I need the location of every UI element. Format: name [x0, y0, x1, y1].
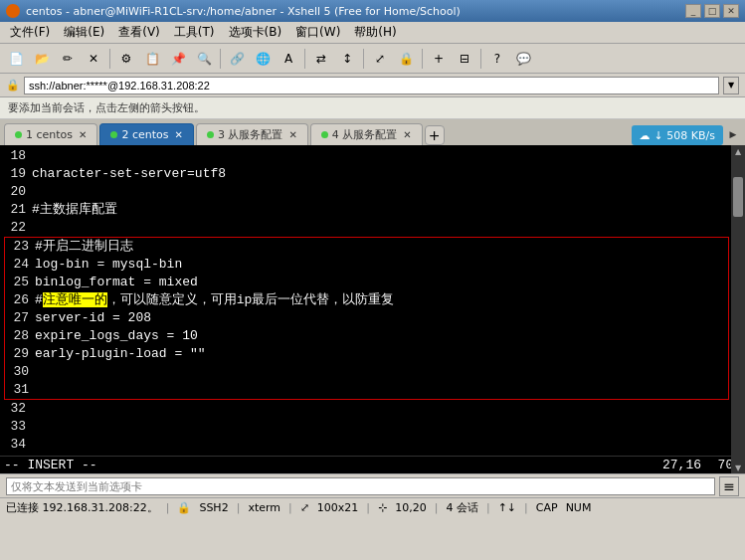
minimize-button[interactable]: _ [685, 4, 701, 18]
protocol-icon: 🔒 [177, 501, 191, 514]
tab-2-dot [110, 131, 117, 138]
terminal-line-29: 29 early-plugin-load = "" [7, 345, 726, 363]
highlight-text: 注意唯一的 [43, 292, 107, 307]
paste-button[interactable]: 📌 [166, 48, 190, 70]
resize-icon: ⤢ [300, 501, 309, 514]
scroll-down-button[interactable]: ▼ [732, 462, 744, 473]
title-bar-controls: _ □ ✕ [685, 4, 739, 18]
cloud-icon: ☁ [640, 129, 651, 142]
transfer-button[interactable]: ⇄ [309, 48, 333, 70]
tabs-bar: 1 centos ✕ 2 centos ✕ 3 从服务配置 ✕ 4 从服务配置 … [0, 119, 745, 145]
terminal-line-25: 25 binlog_format = mixed [7, 274, 726, 291]
maximize-button[interactable]: □ [704, 4, 720, 18]
zoom-in-button[interactable]: + [427, 48, 451, 70]
menu-window[interactable]: 窗口(W) [289, 22, 346, 43]
font-button[interactable]: A [277, 48, 300, 70]
encoding-text: xterm [248, 501, 280, 514]
send-text-input[interactable] [6, 477, 715, 495]
terminal-line-23: 23 #开启二进制日志 [7, 238, 726, 256]
speed-badge: ☁ ↓ 508 KB/s [632, 125, 723, 145]
info-bar-text: 要添加当前会话，点击左侧的箭头按钮。 [8, 100, 205, 115]
lock-icon: 🔒 [6, 79, 20, 92]
tab-3[interactable]: 3 从服务配置 ✕ [196, 123, 308, 145]
menu-tools[interactable]: 工具(T) [168, 22, 221, 43]
resize-button[interactable]: ⤢ [368, 48, 392, 70]
cursor-pos-status: 10,20 [395, 501, 427, 514]
address-dropdown-button[interactable]: ▼ [723, 77, 739, 94]
title-bar: centos - abner@MiWiFi-R1CL-srv:/home/abn… [0, 0, 745, 22]
terminal-scrollbar[interactable]: ▲ ▼ [731, 145, 745, 473]
edit-button[interactable]: ✏️ [56, 48, 80, 70]
menu-help[interactable]: 帮助(H) [348, 22, 402, 43]
terminal-area[interactable]: 18 19 character-set-server=utf8 20 21 #主… [0, 145, 745, 456]
num-lock: NUM [566, 501, 592, 514]
add-tab-button[interactable]: + [425, 125, 445, 145]
tab-2-label: 2 centos [121, 128, 168, 141]
copy-button[interactable]: 📋 [140, 48, 164, 70]
open-button[interactable]: 📂 [30, 48, 54, 70]
terminal-line-30: 30 [7, 363, 726, 381]
info-bar: 要添加当前会话，点击左侧的箭头按钮。 [0, 97, 745, 119]
terminal-line-34: 34 [4, 436, 729, 454]
terminal-status-bar: -- INSERT -- 27,16 70% [0, 456, 745, 473]
properties-button[interactable]: ⚙ [114, 48, 138, 70]
menu-view[interactable]: 查看(V) [112, 22, 166, 43]
connect-button[interactable]: 🔗 [225, 48, 249, 70]
menu-file[interactable]: 文件(F) [4, 22, 56, 43]
tab-2[interactable]: 2 centos ✕ [99, 123, 193, 145]
terminal-line-32: 32 [4, 400, 729, 418]
toolbar-sep-1 [109, 49, 110, 69]
connection-status: 已连接 192.168.31.208:22。 [6, 500, 158, 515]
address-input[interactable] [24, 77, 719, 94]
cursor-position: 27,16 [662, 458, 701, 472]
sessions-count: 4 会话 [446, 500, 478, 515]
vim-mode: -- INSERT -- [4, 458, 97, 472]
terminal-line-22: 22 [4, 219, 729, 237]
tab-4-label: 4 从服务配置 [332, 127, 398, 142]
terminal-line-19: 19 character-set-server=utf8 [4, 165, 729, 183]
delete-button[interactable]: ✕ [82, 48, 105, 70]
tab-1-label: 1 centos [26, 128, 73, 141]
tab-1[interactable]: 1 centos ✕ [4, 123, 97, 145]
help-button[interactable]: ? [485, 48, 509, 70]
tab-4[interactable]: 4 从服务配置 ✕ [310, 123, 423, 145]
menu-edit[interactable]: 编辑(E) [58, 22, 110, 43]
tab-4-close[interactable]: ✕ [403, 129, 411, 140]
terminal-line-24: 24 log-bin = mysql-bin [7, 256, 726, 274]
tab-3-dot [207, 131, 214, 138]
toolbar: 📄 📂 ✏️ ✕ ⚙ 📋 📌 🔍 🔗 🌐 A ⇄ ↕ ⤢ 🔒 + ⊟ ? 💬 [0, 44, 745, 74]
tab-1-dot [15, 131, 22, 138]
tab-2-close[interactable]: ✕ [175, 129, 183, 140]
sftp-button[interactable]: ↕ [335, 48, 359, 70]
title-bar-left: centos - abner@MiWiFi-R1CL-srv:/home/abn… [6, 4, 461, 18]
menu-tabs[interactable]: 选项卡(B) [223, 22, 288, 43]
tab-3-label: 3 从服务配置 [218, 127, 283, 142]
terminal-line-21: 21 #主数据库配置 [4, 201, 729, 219]
tab-3-close[interactable]: ✕ [288, 129, 296, 140]
network-button[interactable]: 🌐 [251, 48, 275, 70]
search-button[interactable]: 🔍 [192, 48, 216, 70]
lock-button[interactable]: 🔒 [394, 48, 418, 70]
toolbar-sep-4 [363, 49, 364, 69]
new-session-button[interactable]: 📄 [4, 48, 28, 70]
terminal-line-33: 33 [4, 418, 729, 436]
tab-4-dot [321, 131, 328, 138]
close-button[interactable]: ✕ [723, 4, 739, 18]
toolbar-sep-3 [304, 49, 305, 69]
bottom-input-bar: ≡ [0, 473, 745, 497]
tab-1-close[interactable]: ✕ [79, 129, 87, 140]
scroll-up-button[interactable]: ▲ [732, 145, 744, 157]
chat-button[interactable]: 💬 [511, 48, 535, 70]
terminal-line-31: 31 [7, 381, 726, 399]
scroll-arrows[interactable]: ↑↓ [498, 501, 516, 514]
address-bar: 🔒 ▼ [0, 74, 745, 97]
cursor-pos-icon: ⊹ [378, 501, 387, 514]
zoom-out-button[interactable]: ⊟ [453, 48, 476, 70]
scrollbar-thumb[interactable] [733, 177, 743, 217]
toolbar-sep-2 [220, 49, 221, 69]
terminal-line-28: 28 expire_logs_days = 10 [7, 327, 726, 345]
tab-scroll-arrow[interactable]: ▶ [725, 123, 741, 145]
send-menu-button[interactable]: ≡ [719, 476, 739, 496]
terminal-line-26: 26 #注意唯一的，可以随意定义，可用ip最后一位代替，以防重复 [7, 291, 726, 309]
terminal-line-27: 27 server-id = 208 [7, 309, 726, 327]
